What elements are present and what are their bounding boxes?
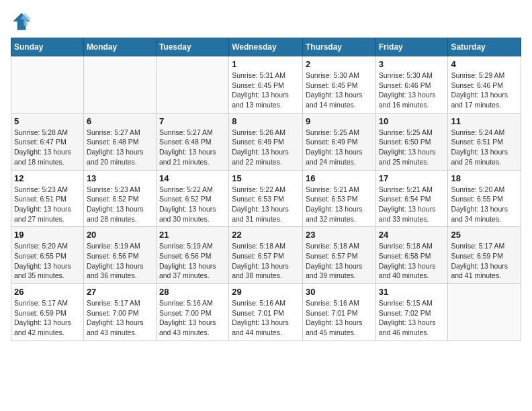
day-number: 17 (379, 173, 445, 183)
day-number: 20 (87, 230, 153, 240)
day-of-week-header: Wednesday (229, 38, 303, 56)
day-number: 4 (451, 59, 518, 69)
day-number: 13 (87, 173, 153, 183)
day-info: Sunrise: 5:25 AM Sunset: 6:50 PM Dayligh… (379, 128, 445, 167)
day-of-week-header: Tuesday (156, 38, 228, 56)
day-info: Sunrise: 5:24 AM Sunset: 6:51 PM Dayligh… (451, 128, 518, 167)
calendar-week-row: 26Sunrise: 5:17 AM Sunset: 6:59 PM Dayli… (11, 284, 521, 341)
calendar-day-cell: 25Sunrise: 5:17 AM Sunset: 6:59 PM Dayli… (448, 227, 521, 284)
calendar-day-cell: 28Sunrise: 5:16 AM Sunset: 7:00 PM Dayli… (156, 284, 228, 341)
day-number: 3 (379, 59, 445, 69)
day-info: Sunrise: 5:15 AM Sunset: 7:02 PM Dayligh… (379, 298, 445, 338)
day-number: 5 (14, 116, 81, 126)
calendar-day-cell: 13Sunrise: 5:23 AM Sunset: 6:52 PM Dayli… (83, 170, 156, 227)
calendar-day-cell: 11Sunrise: 5:24 AM Sunset: 6:51 PM Dayli… (448, 113, 521, 170)
calendar-week-row: 12Sunrise: 5:23 AM Sunset: 6:51 PM Dayli… (11, 170, 521, 227)
calendar-week-row: 1Sunrise: 5:31 AM Sunset: 6:45 PM Daylig… (11, 56, 521, 113)
day-number: 31 (379, 287, 445, 297)
day-info: Sunrise: 5:21 AM Sunset: 6:54 PM Dayligh… (379, 185, 445, 224)
day-number: 1 (232, 59, 300, 69)
day-info: Sunrise: 5:27 AM Sunset: 6:48 PM Dayligh… (87, 128, 153, 167)
page-header (11, 11, 521, 32)
calendar-day-cell: 14Sunrise: 5:22 AM Sunset: 6:52 PM Dayli… (156, 170, 228, 227)
calendar-day-cell: 8Sunrise: 5:26 AM Sunset: 6:49 PM Daylig… (229, 113, 303, 170)
day-number: 23 (306, 230, 373, 240)
calendar-day-cell: 3Sunrise: 5:30 AM Sunset: 6:46 PM Daylig… (375, 56, 448, 113)
day-number: 16 (306, 173, 373, 183)
day-info: Sunrise: 5:16 AM Sunset: 7:01 PM Dayligh… (232, 298, 300, 338)
day-number: 18 (451, 173, 518, 183)
day-info: Sunrise: 5:18 AM Sunset: 6:57 PM Dayligh… (232, 241, 300, 281)
calendar-day-cell (11, 56, 84, 113)
day-of-week-header: Saturday (448, 38, 521, 56)
day-number: 24 (379, 230, 445, 240)
calendar-day-cell (448, 284, 521, 341)
calendar-day-cell: 1Sunrise: 5:31 AM Sunset: 6:45 PM Daylig… (229, 56, 303, 113)
day-info: Sunrise: 5:30 AM Sunset: 6:45 PM Dayligh… (306, 71, 373, 110)
day-number: 10 (379, 116, 445, 126)
calendar-day-cell: 16Sunrise: 5:21 AM Sunset: 6:53 PM Dayli… (302, 170, 375, 227)
calendar-day-cell: 31Sunrise: 5:15 AM Sunset: 7:02 PM Dayli… (375, 284, 448, 341)
day-number: 29 (232, 287, 300, 297)
calendar-day-cell: 18Sunrise: 5:20 AM Sunset: 6:55 PM Dayli… (448, 170, 521, 227)
calendar-day-cell: 22Sunrise: 5:18 AM Sunset: 6:57 PM Dayli… (229, 227, 303, 284)
day-number: 6 (87, 116, 153, 126)
day-of-week-header: Monday (83, 38, 156, 56)
day-info: Sunrise: 5:19 AM Sunset: 6:56 PM Dayligh… (87, 241, 153, 281)
day-info: Sunrise: 5:17 AM Sunset: 7:00 PM Dayligh… (87, 298, 153, 338)
day-info: Sunrise: 5:18 AM Sunset: 6:58 PM Dayligh… (379, 241, 445, 281)
day-info: Sunrise: 5:20 AM Sunset: 6:55 PM Dayligh… (14, 241, 81, 281)
day-info: Sunrise: 5:30 AM Sunset: 6:46 PM Dayligh… (379, 71, 445, 110)
calendar-day-cell: 15Sunrise: 5:22 AM Sunset: 6:53 PM Dayli… (229, 170, 303, 227)
day-info: Sunrise: 5:26 AM Sunset: 6:49 PM Dayligh… (232, 128, 300, 167)
calendar-day-cell: 9Sunrise: 5:25 AM Sunset: 6:49 PM Daylig… (302, 113, 375, 170)
day-number: 26 (14, 287, 81, 297)
day-info: Sunrise: 5:28 AM Sunset: 6:47 PM Dayligh… (14, 128, 81, 167)
day-info: Sunrise: 5:19 AM Sunset: 6:56 PM Dayligh… (159, 241, 226, 281)
day-number: 2 (306, 59, 373, 69)
day-info: Sunrise: 5:25 AM Sunset: 6:49 PM Dayligh… (306, 128, 373, 167)
calendar-day-cell: 23Sunrise: 5:18 AM Sunset: 6:57 PM Dayli… (302, 227, 375, 284)
day-number: 30 (306, 287, 373, 297)
calendar-day-cell: 27Sunrise: 5:17 AM Sunset: 7:00 PM Dayli… (83, 284, 156, 341)
day-info: Sunrise: 5:23 AM Sunset: 6:51 PM Dayligh… (14, 185, 81, 224)
day-number: 14 (159, 173, 226, 183)
calendar-day-cell (156, 56, 228, 113)
calendar-day-cell (83, 56, 156, 113)
calendar-table: SundayMondayTuesdayWednesdayThursdayFrid… (11, 38, 521, 341)
day-info: Sunrise: 5:31 AM Sunset: 6:45 PM Dayligh… (232, 71, 300, 110)
day-of-week-header: Sunday (11, 38, 84, 56)
day-number: 9 (306, 116, 373, 126)
calendar-day-cell: 26Sunrise: 5:17 AM Sunset: 6:59 PM Dayli… (11, 284, 84, 341)
logo (11, 11, 35, 32)
day-info: Sunrise: 5:17 AM Sunset: 6:59 PM Dayligh… (451, 241, 518, 281)
day-info: Sunrise: 5:27 AM Sunset: 6:48 PM Dayligh… (159, 128, 226, 167)
day-number: 28 (159, 287, 226, 297)
calendar-day-cell: 10Sunrise: 5:25 AM Sunset: 6:50 PM Dayli… (375, 113, 448, 170)
day-info: Sunrise: 5:23 AM Sunset: 6:52 PM Dayligh… (87, 185, 153, 224)
day-number: 7 (159, 116, 226, 126)
calendar-day-cell: 20Sunrise: 5:19 AM Sunset: 6:56 PM Dayli… (83, 227, 156, 284)
calendar-day-cell: 4Sunrise: 5:29 AM Sunset: 6:46 PM Daylig… (448, 56, 521, 113)
day-of-week-header: Thursday (302, 38, 375, 56)
calendar-day-cell: 29Sunrise: 5:16 AM Sunset: 7:01 PM Dayli… (229, 284, 303, 341)
day-info: Sunrise: 5:20 AM Sunset: 6:55 PM Dayligh… (451, 185, 518, 224)
day-info: Sunrise: 5:16 AM Sunset: 7:00 PM Dayligh… (159, 298, 226, 338)
day-info: Sunrise: 5:21 AM Sunset: 6:53 PM Dayligh… (306, 185, 373, 224)
day-number: 11 (451, 116, 518, 126)
day-number: 15 (232, 173, 300, 183)
calendar-header-row: SundayMondayTuesdayWednesdayThursdayFrid… (11, 38, 521, 56)
day-number: 22 (232, 230, 300, 240)
calendar-day-cell: 7Sunrise: 5:27 AM Sunset: 6:48 PM Daylig… (156, 113, 228, 170)
calendar-day-cell: 6Sunrise: 5:27 AM Sunset: 6:48 PM Daylig… (83, 113, 156, 170)
day-number: 27 (87, 287, 153, 297)
day-info: Sunrise: 5:16 AM Sunset: 7:01 PM Dayligh… (306, 298, 373, 338)
calendar-day-cell: 30Sunrise: 5:16 AM Sunset: 7:01 PM Dayli… (302, 284, 375, 341)
day-number: 21 (159, 230, 226, 240)
day-info: Sunrise: 5:22 AM Sunset: 6:52 PM Dayligh… (159, 185, 226, 224)
day-number: 12 (14, 173, 81, 183)
day-number: 19 (14, 230, 81, 240)
calendar-week-row: 5Sunrise: 5:28 AM Sunset: 6:47 PM Daylig… (11, 113, 521, 170)
calendar-day-cell: 24Sunrise: 5:18 AM Sunset: 6:58 PM Dayli… (375, 227, 448, 284)
calendar-day-cell: 5Sunrise: 5:28 AM Sunset: 6:47 PM Daylig… (11, 113, 84, 170)
